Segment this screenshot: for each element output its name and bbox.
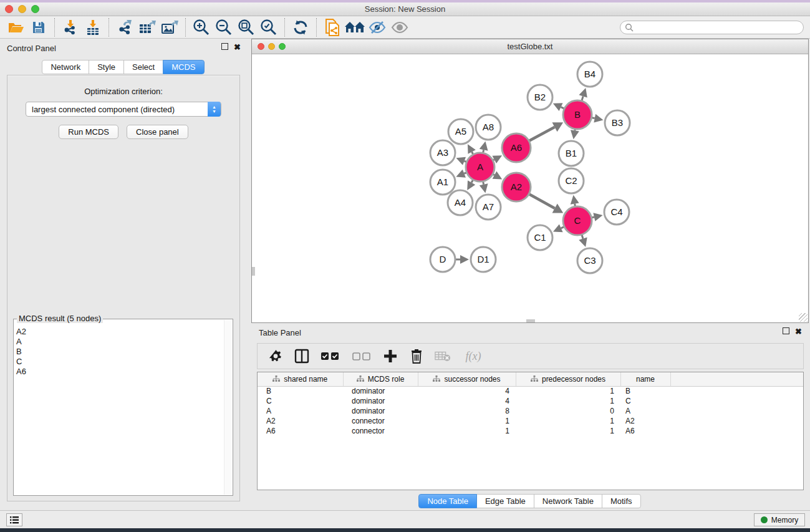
close-panel-button[interactable]: Close panel — [127, 125, 188, 139]
tab-network-table[interactable]: Network Table — [534, 494, 602, 508]
float-panel-icon[interactable] — [221, 43, 228, 50]
save-session-icon[interactable] — [27, 17, 50, 37]
minimize-window-button[interactable] — [18, 5, 26, 13]
table-cell[interactable]: 1 — [516, 426, 620, 436]
table-cell[interactable]: A6 — [258, 426, 343, 436]
select-all-icon[interactable] — [320, 348, 341, 364]
graph-edge-A6-B[interactable] — [529, 127, 554, 141]
graph-edge-C-C2[interactable] — [575, 204, 576, 206]
node-table[interactable]: shared nameMCDS rolesuccessor nodesprede… — [257, 372, 804, 490]
graph-edge-A-A8[interactable] — [483, 150, 484, 152]
deselect-all-icon[interactable] — [351, 348, 372, 364]
open-session-icon[interactable] — [5, 17, 27, 37]
table-row[interactable]: Bdominator41B — [258, 386, 803, 396]
search-input[interactable] — [634, 22, 803, 33]
result-item[interactable]: A6 — [16, 367, 224, 377]
graph-edge-A-A7[interactable] — [483, 182, 484, 185]
table-cell[interactable]: C — [258, 396, 343, 406]
table-cell[interactable]: dominator — [343, 406, 418, 416]
import-network-icon[interactable] — [59, 17, 82, 37]
table-cell[interactable]: 8 — [418, 406, 516, 416]
network-zoom-button[interactable] — [279, 43, 286, 50]
table-row[interactable]: A2connector11A2 — [258, 416, 803, 426]
table-cell[interactable]: dominator — [343, 386, 418, 396]
table-cell[interactable]: 1 — [516, 386, 620, 396]
network-canvas[interactable]: B4B2BB3A5A8A6A3B1AC2A1A2A4A7C4CC1C3DD1 — [252, 54, 808, 322]
tab-mcds[interactable]: MCDS — [163, 60, 204, 74]
graph-edge-B-B3[interactable] — [592, 118, 595, 118]
graph-edge-A-A4[interactable] — [471, 180, 473, 183]
result-scrollbar[interactable] — [224, 320, 232, 495]
delete-icon[interactable] — [408, 348, 425, 364]
tab-edge-table[interactable]: Edge Table — [476, 494, 534, 508]
export-network-icon[interactable] — [113, 17, 136, 37]
result-item[interactable]: C — [16, 357, 224, 367]
tab-select[interactable]: Select — [123, 60, 163, 74]
function-builder-icon[interactable]: f(x) — [461, 348, 486, 364]
column-header-shared-name[interactable]: shared name — [258, 372, 343, 386]
delete-table-icon[interactable] — [435, 348, 451, 364]
table-cell[interactable]: connector — [343, 426, 418, 436]
table-cell[interactable]: A6 — [620, 426, 670, 436]
resize-grip-icon[interactable] — [799, 313, 808, 322]
criterion-select[interactable]: largest connected component (directed) ▲… — [26, 102, 221, 117]
table-cell[interactable]: A — [258, 406, 343, 416]
export-image-icon[interactable] — [158, 17, 181, 37]
table-cell[interactable]: 4 — [418, 396, 516, 406]
table-cell[interactable]: A2 — [258, 416, 343, 426]
table-cell[interactable]: A2 — [620, 416, 670, 426]
table-float-panel-icon[interactable] — [783, 327, 789, 334]
table-cell[interactable]: A — [620, 406, 670, 416]
result-item[interactable]: B — [16, 347, 224, 357]
network-minimize-button[interactable] — [268, 43, 275, 50]
column-header-name[interactable]: name — [620, 372, 670, 386]
zoom-selected-icon[interactable] — [258, 17, 280, 37]
tab-motifs[interactable]: Motifs — [602, 494, 641, 508]
table-close-panel-icon[interactable]: ✖ — [795, 327, 802, 336]
graph-edge-C-C4[interactable] — [592, 217, 594, 218]
table-cell[interactable]: C — [620, 396, 670, 406]
column-header-predecessor-nodes[interactable]: predecessor nodes — [516, 372, 620, 386]
tab-style[interactable]: Style — [89, 60, 124, 74]
table-cell[interactable]: connector — [343, 416, 418, 426]
table-cell[interactable]: dominator — [343, 396, 418, 406]
graph-edge-A2-C[interactable] — [529, 195, 555, 208]
home-icon[interactable] — [344, 17, 366, 37]
show-columns-icon[interactable] — [294, 348, 310, 364]
add-icon[interactable] — [382, 348, 398, 364]
session-details-icon[interactable] — [321, 17, 344, 37]
zoom-window-button[interactable] — [31, 5, 39, 13]
table-cell[interactable]: 1 — [418, 426, 516, 436]
graph-edge-A-A5[interactable] — [472, 152, 473, 154]
memory-button[interactable]: Memory — [754, 513, 805, 526]
import-table-icon[interactable] — [82, 17, 104, 37]
table-cell[interactable]: 1 — [418, 416, 516, 426]
table-row[interactable]: Adominator80A — [258, 406, 803, 416]
result-item[interactable]: A — [16, 337, 224, 347]
column-header-successor-nodes[interactable]: successor nodes — [418, 372, 516, 386]
graph-edge-B-B2[interactable] — [561, 107, 564, 109]
graph-edge-C-C1[interactable] — [561, 227, 564, 228]
search-field[interactable] — [620, 21, 804, 34]
refresh-icon[interactable] — [289, 17, 312, 37]
zoom-fit-icon[interactable] — [235, 17, 258, 37]
run-mcds-button[interactable]: Run MCDS — [59, 125, 118, 139]
hide-details-icon[interactable] — [366, 17, 388, 37]
table-row[interactable]: Cdominator41C — [258, 396, 803, 406]
mcds-result-list[interactable]: A2ABCA6 — [14, 322, 224, 495]
close-panel-icon[interactable]: ✖ — [234, 43, 241, 51]
task-history-button[interactable] — [6, 513, 22, 526]
graph-edge-A-A1[interactable] — [464, 173, 466, 173]
settings-gear-icon[interactable] — [268, 348, 284, 364]
table-cell[interactable]: 1 — [516, 416, 620, 426]
table-cell[interactable]: 0 — [516, 406, 620, 416]
network-close-button[interactable] — [258, 43, 264, 50]
table-cell[interactable]: 1 — [516, 396, 620, 406]
show-details-icon[interactable] — [388, 17, 411, 37]
result-item[interactable]: A2 — [16, 327, 224, 337]
column-header-MCDS-role[interactable]: MCDS role — [343, 372, 418, 386]
table-row[interactable]: A6connector11A6 — [258, 426, 803, 436]
close-window-button[interactable] — [5, 5, 13, 13]
graph-edge-C-C3[interactable] — [582, 235, 583, 239]
zoom-in-icon[interactable] — [190, 17, 213, 37]
